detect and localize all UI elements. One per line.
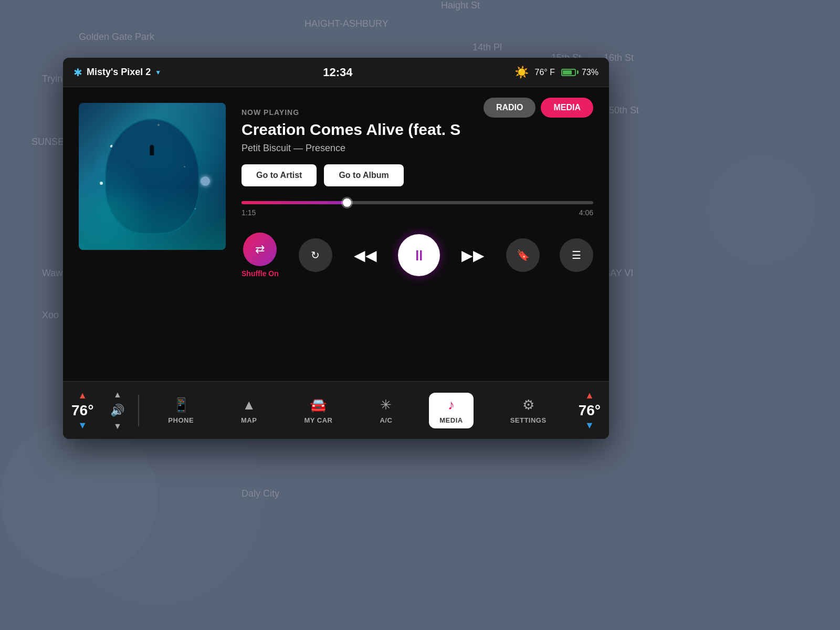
nav-item-phone[interactable]: 📱 PHONE — [158, 393, 204, 428]
mycar-label: MY CAR — [304, 416, 332, 424]
repeat-button[interactable]: ↻ — [299, 238, 332, 272]
dropdown-arrow-icon[interactable]: ▼ — [155, 69, 161, 76]
radio-button[interactable]: RADIO — [484, 98, 536, 118]
track-artist-album: Petit Biscuit — Presence — [242, 143, 593, 154]
bookmark-icon-circle: 🔖 — [506, 238, 540, 272]
nav-item-mycar[interactable]: 🚘 MY CAR — [293, 393, 343, 428]
go-to-album-button[interactable]: Go to Album — [324, 164, 403, 186]
status-bar: ✱ Misty's Pixel 2 ▼ 12:34 ☀️ 76° F 73% — [63, 58, 609, 87]
fast-forward-button[interactable]: ▶▶ — [460, 242, 486, 268]
bookmark-button[interactable]: 🔖 — [506, 238, 540, 272]
progress-times: 1:15 4:06 — [242, 208, 593, 217]
shuffle-icon-circle: ⇄ — [243, 233, 277, 266]
status-right: ☀️ 76° F 73% — [514, 66, 598, 79]
nav-item-settings[interactable]: ⚙ SETTINGS — [500, 393, 557, 428]
album-art — [79, 103, 226, 250]
ac-icon: ✳ — [380, 397, 392, 413]
track-info: NOW PLAYING Creation Comes Alive (feat. … — [242, 103, 593, 283]
volume-control: ▲ 🔊 ▼ — [102, 390, 133, 431]
temp-value-right: 76° — [579, 403, 601, 418]
weather-icon: ☀️ — [514, 66, 529, 79]
repeat-icon-circle: ↻ — [299, 238, 332, 272]
go-to-artist-button[interactable]: Go to Artist — [242, 164, 317, 186]
map-label-text: MAP — [241, 416, 257, 424]
nav-item-ac[interactable]: ✳ A/C — [369, 393, 403, 428]
map-label: Haight St — [441, 0, 480, 11]
volume-up-arrow[interactable]: ▲ — [113, 390, 122, 400]
controls-row: ⇄ Shuffle On ↻ ◀◀ — [242, 222, 593, 283]
shuffle-button[interactable]: ⇄ Shuffle On — [242, 233, 279, 278]
bluetooth-icon: ✱ — [74, 66, 82, 79]
volume-down-arrow[interactable]: ▼ — [113, 422, 122, 431]
map-label: 250th St — [604, 105, 639, 116]
rewind-icon: ◀◀ — [352, 242, 379, 268]
car-ui-panel: ✱ Misty's Pixel 2 ▼ 12:34 ☀️ 76° F 73% R… — [63, 58, 609, 439]
temperature: 76° F — [535, 68, 555, 77]
shuffle-label: Shuffle On — [242, 269, 279, 278]
album-name: Presence — [306, 143, 345, 153]
temp-up-left[interactable]: ▲ — [78, 390, 87, 401]
map-label: Golden Gate Park — [79, 32, 154, 43]
device-name: Misty's Pixel 2 — [87, 67, 151, 78]
rewind-button[interactable]: ◀◀ — [352, 242, 379, 268]
queue-button[interactable]: ☰ — [560, 238, 593, 272]
bottom-nav: ▲ 76° ▼ ▲ 🔊 ▼ 📱 PHONE ▲ MAP 🚘 MY CAR — [63, 381, 609, 439]
total-time: 4:06 — [579, 208, 593, 217]
artist-name: Petit Biscuit — [242, 143, 291, 153]
progress-bar-fill — [242, 201, 347, 204]
queue-icon: ☰ — [572, 249, 581, 261]
media-nav-label: MEDIA — [439, 416, 463, 424]
clock: 12:34 — [323, 66, 352, 79]
navigation-buttons: Go to Artist Go to Album — [242, 164, 593, 186]
play-pause-button[interactable]: ⏸ — [398, 234, 440, 276]
temp-value-left: 76° — [71, 403, 93, 418]
volume-icon: 🔊 — [110, 404, 124, 417]
map-label: Xoo — [42, 310, 59, 321]
media-button[interactable]: MEDIA — [541, 98, 593, 118]
temp-down-right[interactable]: ▼ — [585, 420, 594, 431]
nav-item-map[interactable]: ▲ MAP — [230, 393, 267, 428]
divider — [138, 395, 139, 426]
settings-icon: ⚙ — [522, 397, 534, 413]
nav-items: 📱 PHONE ▲ MAP 🚘 MY CAR ✳ A/C ♪ MEDIA ⚙ — [144, 393, 570, 428]
progress-thumb — [343, 198, 351, 207]
player-layout: NOW PLAYING Creation Comes Alive (feat. … — [79, 98, 593, 283]
battery-icon — [561, 69, 579, 76]
temp-down-left[interactable]: ▼ — [78, 420, 87, 431]
ac-label: A/C — [380, 416, 392, 424]
temp-control-right: ▲ 76° ▼ — [570, 390, 609, 431]
temp-up-right[interactable]: ▲ — [585, 390, 594, 401]
battery-container: 73% — [561, 68, 598, 77]
queue-icon-circle: ☰ — [560, 238, 593, 272]
temp-control-left: ▲ 76° ▼ — [63, 390, 102, 431]
pause-icon: ⏸ — [412, 247, 426, 264]
progress-bar-track[interactable] — [242, 201, 593, 204]
battery-percent: 73% — [582, 68, 598, 77]
phone-label: PHONE — [168, 416, 194, 424]
media-type-buttons: RADIO MEDIA — [484, 98, 593, 118]
play-pause-circle: ⏸ — [398, 234, 440, 276]
repeat-icon: ↻ — [311, 249, 320, 261]
progress-container: 1:15 4:06 — [242, 201, 593, 217]
car-icon: 🚘 — [310, 397, 327, 413]
current-time: 1:15 — [242, 208, 256, 217]
map-icon: ▲ — [242, 397, 256, 413]
fast-forward-icon: ▶▶ — [460, 242, 486, 268]
map-label: HAIGHT-ASHBURY — [304, 18, 388, 29]
separator: — — [293, 143, 306, 153]
phone-icon: 📱 — [173, 397, 190, 413]
map-label: 14th Pl — [472, 42, 502, 53]
bookmark-icon: 🔖 — [517, 249, 530, 261]
main-content: RADIO MEDIA — [63, 87, 609, 381]
device-info: ✱ Misty's Pixel 2 ▼ — [74, 66, 161, 79]
track-title: Creation Comes Alive (feat. S — [242, 121, 514, 139]
settings-label: SETTINGS — [510, 416, 547, 424]
nav-item-media[interactable]: ♪ MEDIA — [429, 393, 473, 428]
shuffle-icon: ⇄ — [255, 243, 265, 256]
media-nav-icon: ♪ — [448, 397, 455, 413]
